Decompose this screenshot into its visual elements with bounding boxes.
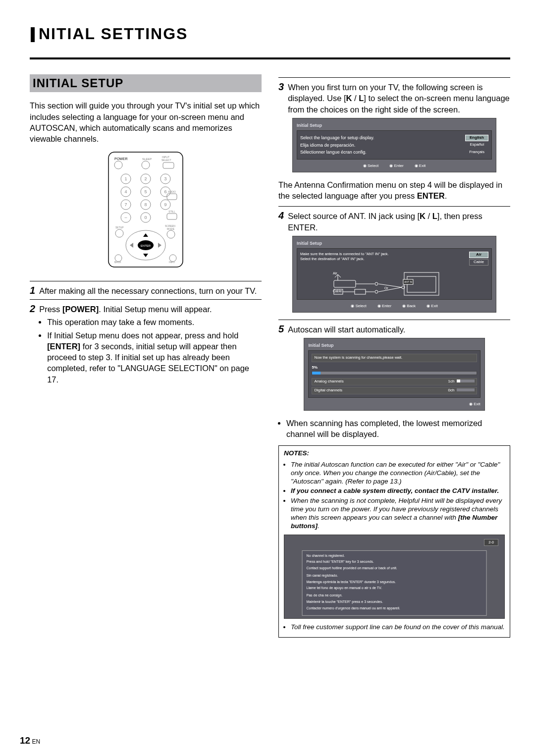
osd-autoscan-screen: Initial Setup Now the system is scanning… [304,338,484,410]
heading-rule [30,57,510,59]
step-2-bullet-1: This operation may take a few moments. [47,317,262,327]
svg-text:ANT IN: ANT IN [404,280,413,283]
note-2: If you connect a cable system directly, … [291,486,505,495]
svg-text:9: 9 [164,202,166,207]
osd-language-screen: Initial Setup Select the language for se… [292,118,496,172]
step-5-bullet: When scanning has completed, the lowest … [286,418,510,440]
svg-text:8: 8 [144,202,147,207]
remote-illustration: POWER SLEEP INPUT SELECT 123 [30,150,262,271]
page-number: 12 EN [20,735,40,746]
lang-english-option[interactable]: English [465,135,488,141]
svg-rect-0 [31,27,35,42]
ant-cable-option[interactable]: Cable [469,259,488,266]
osd-antenna-screen: Initial Setup Air Cable Make sure the an… [292,236,496,313]
svg-line-61 [378,284,402,287]
step-1: 1 After making all the necessary connect… [30,285,262,296]
svg-text:3: 3 [164,176,166,181]
notes-box: NOTES: The initial Autoscan function can… [278,445,510,638]
cable-label: Cable [333,289,342,293]
channel-indicator: 2-0 [484,539,498,546]
svg-text:6: 6 [164,189,166,194]
step-2: 2 Press [POWER]. Initial Setup menu will… [30,304,262,387]
svg-text:INFO: INFO [169,261,175,264]
svg-text:Or: Or [384,286,388,290]
note-1: The initial Autoscan function can be exe… [291,460,505,486]
svg-text:–: – [124,215,127,220]
svg-text:4: 4 [124,189,127,194]
step-2-bullet-2: If Initial Setup menu does not appear, p… [47,330,262,385]
scan-progress-bar [312,371,477,375]
step-3: 3 When you first turn on your TV, the fo… [278,82,510,115]
lang-francais-option[interactable]: Français [465,150,488,155]
svg-point-54 [375,290,378,293]
ant-air-option[interactable]: Air [469,252,488,258]
osd-select-hint: Select [363,163,378,169]
note-3: When the scanning is not complete, Helpf… [291,496,505,531]
svg-rect-47 [334,280,356,287]
enter-label: ENTER [141,244,151,247]
page-heading: NITIAL SETTINGS [30,25,510,43]
svg-point-49 [375,282,378,285]
intro-paragraph: This section will guide you through your… [30,100,262,144]
svg-line-62 [378,287,402,292]
step-5: 5 Autoscan will start automatically. [278,324,510,335]
step-3-after: The Antenna Confirmation menu on step 4 … [278,179,510,202]
svg-text:MODE: MODE [167,227,175,230]
note-4: Toll free customer support line can be f… [291,623,505,631]
svg-text:SETUP: SETUP [115,226,124,229]
air-label: Air [333,271,337,275]
svg-text:SELECT: SELECT [161,159,171,162]
step-4: 4 Select source of ANT. IN jack using [K… [278,211,510,233]
svg-text:2: 2 [144,176,147,181]
osd-enter-hint: Enter [389,163,403,169]
lang-espanol-option[interactable]: Español [466,142,488,148]
svg-text:AUDIO: AUDIO [168,190,176,193]
helpful-hint-screen: 2-0 No channel is registered. Press and … [284,535,505,619]
power-label: POWER [114,157,127,161]
svg-text:5: 5 [144,189,147,194]
svg-text:7: 7 [124,202,127,207]
osd-exit-hint: Exit [415,163,426,169]
sleep-label: SLEEP [142,158,152,161]
svg-text:0: 0 [144,215,147,220]
svg-rect-52 [355,289,366,294]
section-title: INITIAL SETUP [30,74,262,92]
svg-text:1: 1 [124,176,127,181]
svg-text:STILL: STILL [168,210,175,213]
